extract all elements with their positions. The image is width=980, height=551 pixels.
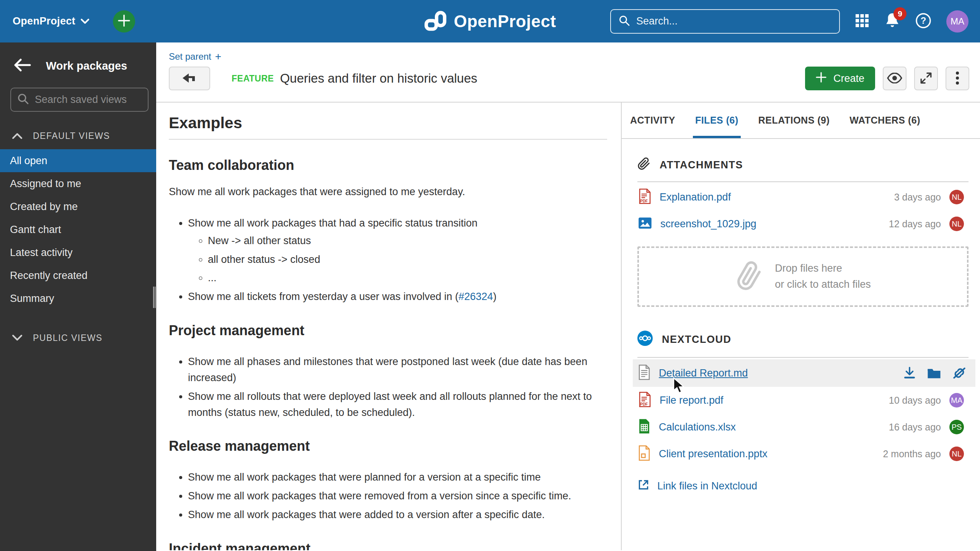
doc-heading: Examples	[169, 114, 607, 132]
sidebar-title: Work packages	[46, 60, 127, 72]
workspace: Set parent + FEATURE Queries and filter …	[156, 42, 980, 551]
folder-icon[interactable]	[927, 367, 941, 379]
global-add-button[interactable]	[113, 10, 135, 33]
watch-button[interactable]	[883, 67, 906, 90]
create-button[interactable]: Create	[805, 67, 875, 90]
file-timestamp: 2 months ago	[883, 448, 941, 460]
file-link[interactable]: Explanation.pdf	[660, 191, 731, 203]
sidebar-view-item[interactable]: Latest activity	[0, 241, 156, 264]
section-heading: Team collaboration	[169, 157, 607, 173]
apps-grid-button[interactable]	[854, 13, 870, 29]
download-icon[interactable]	[903, 367, 916, 380]
nested-bullet-list: New -> all other statusall other status …	[188, 233, 607, 287]
unlink-icon[interactable]	[952, 367, 966, 380]
avatar: NL	[949, 190, 964, 204]
search-icon	[17, 93, 29, 107]
file-link[interactable]: Client presentation.pptx	[659, 448, 768, 460]
file-link[interactable]: Detailed Report.md	[659, 367, 748, 379]
sidebar-view-item[interactable]: Summary	[0, 287, 156, 310]
sidebar-view-item[interactable]: Recently created	[0, 264, 156, 287]
bullet-item: Show me all work packages that had a spe…	[188, 215, 607, 286]
attachment-list: PDF Explanation.pdf 3 days ago NL screen…	[637, 184, 969, 237]
sidebar-view-item-label: Gantt chart	[10, 224, 61, 236]
set-parent-link[interactable]: Set parent +	[169, 51, 221, 63]
link-files-label: Link files in Nextcloud	[657, 480, 757, 492]
project-dropdown[interactable]: OpenProject	[13, 15, 89, 27]
bullet-item: Show me all work packages that were remo…	[188, 488, 607, 504]
help-button[interactable]: ?	[915, 12, 932, 30]
xlsx-file-icon	[638, 419, 650, 435]
panel-tab[interactable]: FILES (6)	[695, 103, 738, 138]
chevron-down-icon	[81, 19, 89, 24]
sidebar: Work packages DEFAULT VIEWS All open Ass…	[0, 42, 156, 551]
section-default-views-label: DEFAULT VIEWS	[33, 131, 110, 141]
doc-sections: Team collaborationShow me all work packa…	[169, 157, 607, 550]
dropzone-text: Drop files here or click to attach files	[775, 261, 871, 293]
panel-tab[interactable]: ACTIVITY	[630, 103, 675, 138]
external-link-icon	[637, 479, 650, 494]
file-link[interactable]: File report.pdf	[660, 395, 724, 406]
nextcloud-file-list: Detailed Report.md PDF File report.pdf 1…	[637, 359, 969, 467]
svg-text:PDF: PDF	[640, 402, 648, 406]
sidebar-view-item[interactable]: Gantt chart	[0, 218, 156, 241]
paperclip-icon	[732, 259, 767, 295]
work-package-description: Examples Team collaborationShow me all w…	[156, 103, 621, 550]
link-files-nextcloud[interactable]: Link files in Nextcloud	[637, 479, 969, 494]
work-package-type-badge: FEATURE	[232, 73, 274, 84]
more-options-button[interactable]	[946, 67, 969, 90]
bullet-item: ...	[208, 270, 607, 286]
saved-views-search-input[interactable]	[35, 94, 170, 106]
heading-divider	[169, 139, 607, 140]
file-dropzone[interactable]: Drop files here or click to attach files	[637, 246, 969, 307]
paperclip-icon	[637, 157, 650, 173]
file-row[interactable]: screenshot_1029.jpg 12 days ago NL	[637, 210, 969, 237]
back-to-list-button[interactable]	[169, 67, 210, 90]
pdf-file-icon: PDF	[638, 392, 651, 409]
panel-tab[interactable]: RELATIONS (9)	[758, 103, 830, 138]
pptx-file-icon	[638, 445, 650, 462]
search-icon	[619, 15, 630, 28]
bullet-item: Show me all rollouts that were deployed …	[188, 389, 607, 421]
panel-tabs: ACTIVITYFILES (6)RELATIONS (9)WATCHERS (…	[622, 103, 980, 139]
ticket-link[interactable]: #26324	[459, 291, 493, 302]
file-link[interactable]: Calculations.xlsx	[659, 421, 736, 433]
panel-tab[interactable]: WATCHERS (6)	[849, 103, 920, 138]
section-heading: Project management	[169, 323, 607, 339]
md-file-icon	[638, 365, 650, 381]
global-search-input[interactable]	[636, 15, 831, 27]
bullet-item: Show me all tickets from yesterday a use…	[188, 289, 607, 305]
notifications-button[interactable]: 9	[884, 12, 900, 31]
section-default-views[interactable]: DEFAULT VIEWS	[0, 125, 156, 147]
file-row[interactable]: Client presentation.pptx 2 months ago NL	[637, 440, 969, 467]
saved-views-search[interactable]	[10, 88, 149, 112]
nextcloud-heading-row: NEXTCLOUD	[637, 331, 969, 349]
sidebar-resize-handle[interactable]	[153, 287, 155, 308]
back-to-list-icon	[182, 73, 197, 85]
sidebar-view-item-label: Recently created	[10, 270, 88, 282]
section-heading: Release management	[169, 438, 607, 454]
create-button-label: Create	[833, 73, 864, 85]
kebab-icon	[956, 71, 959, 86]
section-public-views[interactable]: PUBLIC VIEWS	[0, 327, 156, 349]
fullscreen-button[interactable]	[914, 67, 938, 90]
file-timestamp: 12 days ago	[889, 218, 941, 230]
file-row[interactable]: PDF File report.pdf 10 days ago MA	[637, 387, 969, 414]
file-row[interactable]: PDF Explanation.pdf 3 days ago NL	[637, 184, 969, 210]
sidebar-view-item[interactable]: All open	[0, 149, 156, 172]
avatar: NL	[949, 217, 964, 231]
plus-icon	[118, 14, 131, 28]
user-avatar[interactable]: MA	[946, 10, 969, 33]
set-parent-label: Set parent	[169, 51, 211, 62]
global-search[interactable]	[610, 9, 840, 34]
avatar: PS	[949, 420, 964, 434]
file-link[interactable]: screenshot_1029.jpg	[660, 218, 756, 230]
file-row[interactable]: Calculations.xlsx 16 days ago PS	[637, 414, 969, 440]
file-row[interactable]: Detailed Report.md	[633, 359, 975, 387]
bullet-item: New -> all other status	[208, 233, 607, 249]
file-timestamp: 3 days ago	[894, 192, 941, 203]
top-header: OpenProject OpenProject	[0, 0, 980, 42]
sidebar-view-item[interactable]: Created by me	[0, 195, 156, 218]
svg-text:?: ?	[921, 15, 926, 26]
back-arrow-icon[interactable]	[14, 59, 31, 73]
sidebar-view-item[interactable]: Assigned to me	[0, 172, 156, 195]
